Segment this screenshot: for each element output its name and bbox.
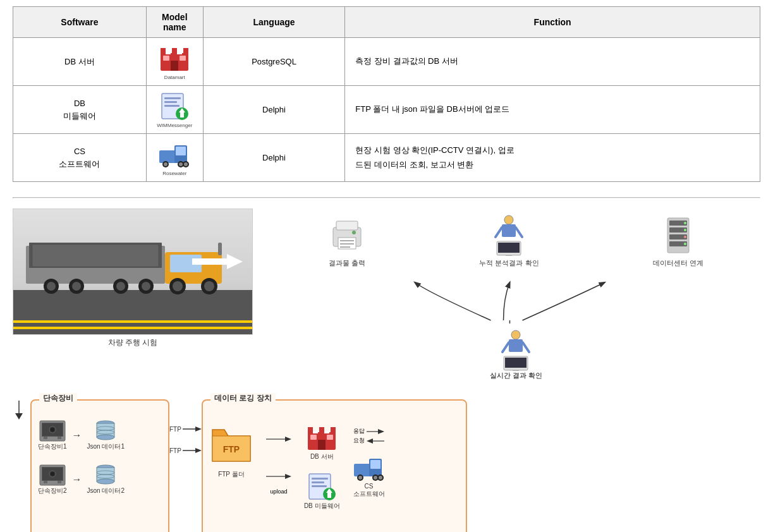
svg-marker-105 — [285, 437, 291, 442]
svg-rect-114 — [318, 440, 326, 450]
ftp-arrow1: FTP — [169, 425, 202, 433]
section-divider — [13, 197, 760, 198]
json2-item: Json 데이터2 — [87, 464, 125, 495]
language-cell: PostgreSQL — [203, 38, 344, 86]
svg-point-30 — [72, 282, 81, 291]
ftp-right-arrow1 — [183, 425, 202, 433]
output-icon-item: 결과물 출력 — [329, 215, 365, 268]
flow-diagram: 결과물 출력 누적 분석결과 확인 — [272, 209, 760, 387]
svg-rect-2 — [172, 48, 177, 54]
svg-rect-47 — [340, 243, 354, 245]
ftp-arrow2: FTP — [169, 446, 202, 455]
ftp-folder-col: FTP FTP 폴더 — [209, 423, 253, 511]
inner-arrows: upload — [266, 417, 291, 511]
dandok-box: 단속장비 단속장비1 → — [30, 399, 169, 532]
ftp-right-arrow2 — [183, 446, 202, 455]
analysis-label: 누적 분석결과 확인 — [479, 258, 539, 268]
svg-marker-107 — [285, 474, 291, 479]
svg-point-19 — [164, 162, 167, 166]
json1-item: Json 데이터1 — [87, 420, 125, 451]
svg-rect-17 — [176, 147, 186, 155]
db-server-label: DB 서버 — [310, 452, 334, 461]
svg-marker-42 — [192, 254, 243, 269]
svg-rect-26 — [32, 245, 159, 267]
truck-image — [13, 209, 253, 335]
svg-rect-48 — [340, 246, 350, 248]
direction-arrow — [192, 252, 243, 271]
function-cell: 측정 장비 결과값의 DB 서버 — [345, 38, 760, 86]
json1-label: Json 데이터1 — [87, 442, 125, 451]
truck-area: 차량 주행 시험 — [13, 209, 253, 348]
svg-rect-109 — [308, 427, 313, 433]
arrow1: → — [72, 430, 82, 441]
device1-item: 단속장비1 — [38, 420, 67, 451]
svg-point-84 — [97, 435, 114, 440]
request-row: 요청 — [353, 437, 384, 445]
svg-rect-5 — [177, 52, 182, 54]
svg-text:FTP: FTP — [223, 444, 240, 454]
analysis-icon-item: 누적 분석결과 확인 — [479, 215, 539, 268]
svg-point-40 — [204, 281, 214, 291]
svg-point-61 — [684, 229, 686, 231]
ftp-folder-icon: FTP — [209, 423, 253, 468]
realtime-person: 실시간 결과 확인 — [490, 330, 542, 380]
device2-label: 단속장비2 — [38, 487, 67, 495]
software-name: CS소프트웨어 — [13, 134, 147, 182]
device2-item: 단속장비2 — [38, 464, 67, 495]
device1-row: 단속장비1 → Json 데이터1 — [38, 420, 162, 451]
printer-icon — [330, 215, 365, 256]
svg-rect-119 — [312, 481, 324, 483]
realtime-label: 실시간 결과 확인 — [490, 371, 542, 380]
table-row: CS소프트웨어 Rosewater — [13, 134, 760, 182]
dandok-title: 단속장비 — [39, 393, 77, 404]
svg-rect-111 — [331, 427, 336, 433]
device2-row: 단속장비2 → Json 데이터2 — [38, 464, 162, 495]
svg-rect-11 — [164, 101, 177, 103]
inner-arrow1 — [266, 433, 291, 445]
flow-top-icons: 결과물 출력 누적 분석결과 확인 — [272, 215, 760, 268]
truck-label: 차량 주행 시험 — [108, 337, 158, 348]
device1-icon — [39, 420, 66, 442]
person-monitor-icon — [492, 215, 526, 256]
software-name: DB미들웨어 — [13, 86, 147, 134]
software-table: Software Model name Language Function DB… — [13, 6, 760, 182]
wimmessenger-label: WIMMessenger — [157, 123, 192, 128]
response-arrow-icon — [367, 428, 384, 435]
rosewater-icon: Rosewater — [154, 139, 195, 176]
svg-marker-124 — [378, 429, 384, 434]
svg-point-93 — [51, 472, 54, 476]
svg-rect-118 — [312, 478, 328, 480]
svg-marker-126 — [367, 438, 373, 444]
device1-label: 단속장비1 — [38, 442, 67, 451]
svg-point-38 — [173, 281, 183, 291]
response-row: 응답 — [353, 427, 384, 435]
svg-point-65 — [684, 243, 686, 245]
ftp-folder-label: FTP 폴더 — [218, 470, 244, 479]
svg-rect-44 — [336, 221, 358, 230]
device2-icon — [39, 464, 66, 487]
db-middleware-item: DB 미들웨어 — [304, 471, 340, 511]
road-line2 — [13, 327, 252, 329]
realtime-person-area: 실시간 결과 확인 — [272, 330, 760, 380]
datamart-label: Datamart — [164, 75, 185, 80]
svg-rect-6 — [171, 61, 178, 71]
svg-line-52 — [496, 227, 502, 237]
svg-rect-67 — [509, 339, 523, 352]
response-arrows: 응답 요청 — [353, 427, 384, 445]
svg-point-23 — [184, 162, 188, 166]
svg-point-32 — [116, 282, 125, 291]
svg-rect-7 — [163, 56, 169, 61]
col-software: Software — [13, 7, 147, 38]
col-language: Language — [203, 7, 344, 38]
svg-rect-90 — [44, 481, 47, 483]
svg-rect-12 — [164, 105, 180, 107]
svg-point-81 — [51, 428, 54, 432]
svg-line-53 — [516, 227, 522, 237]
svg-rect-8 — [180, 56, 186, 61]
cs-software-item: CS 소프트웨어 — [353, 452, 386, 499]
svg-point-135 — [379, 476, 382, 480]
flow-arrows-svg — [272, 273, 760, 323]
svg-point-28 — [47, 282, 56, 291]
svg-rect-1 — [161, 48, 166, 54]
svg-rect-116 — [327, 435, 333, 440]
